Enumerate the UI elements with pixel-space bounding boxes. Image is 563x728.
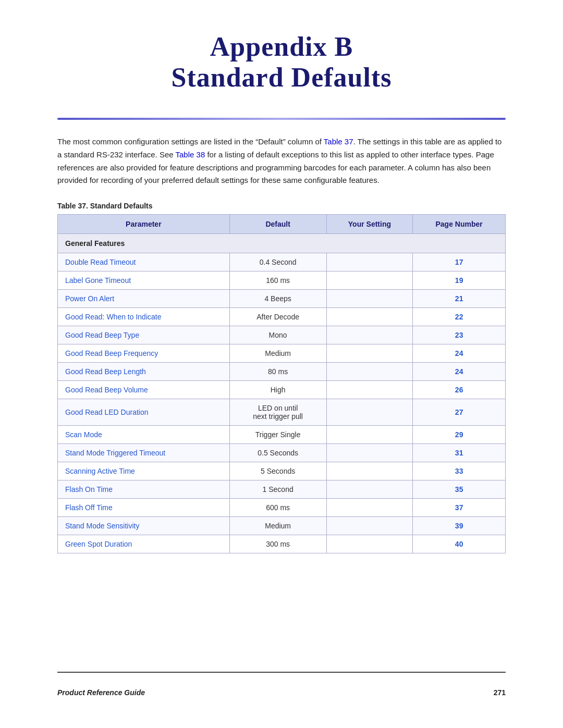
page-num-cell[interactable]: 39: [413, 517, 506, 535]
default-cell: High: [229, 381, 326, 399]
param-cell[interactable]: Scanning Active Time: [58, 462, 230, 480]
footer-left: Product Reference Guide: [57, 688, 145, 697]
table-row: Scan ModeTrigger Single29: [58, 426, 506, 444]
param-cell[interactable]: Scan Mode: [58, 426, 230, 444]
table-header-row: Parameter Default Your Setting Page Numb…: [58, 215, 506, 234]
page-num-cell[interactable]: 22: [413, 308, 506, 326]
page-num-cell[interactable]: 24: [413, 344, 506, 363]
header-divider: [57, 118, 506, 120]
default-cell: LED on untilnext trigger pull: [229, 399, 326, 426]
param-cell[interactable]: Label Gone Timeout: [58, 272, 230, 290]
param-cell[interactable]: Good Read Beep Length: [58, 363, 230, 381]
param-cell[interactable]: Stand Mode Triggered Timeout: [58, 444, 230, 462]
section-header-row: General Features: [58, 234, 506, 253]
table-row: Stand Mode Triggered Timeout0.5 Seconds3…: [58, 444, 506, 462]
page-footer: Product Reference Guide 271: [57, 672, 506, 697]
page-num-cell[interactable]: 24: [413, 363, 506, 381]
table-row: Good Read Beep FrequencyMedium24: [58, 344, 506, 363]
col-default: Default: [229, 215, 326, 234]
table-row: Stand Mode SensitivityMedium39: [58, 517, 506, 535]
table-row: Good Read LED DurationLED on untilnext t…: [58, 399, 506, 426]
your-setting-cell[interactable]: [326, 426, 413, 444]
param-cell[interactable]: Flash Off Time: [58, 499, 230, 517]
param-cell[interactable]: Stand Mode Sensitivity: [58, 517, 230, 535]
table-caption: Table 37. Standard Defaults: [57, 202, 506, 210]
page-num-cell[interactable]: 26: [413, 381, 506, 399]
default-cell: 80 ms: [229, 363, 326, 381]
col-your-setting: Your Setting: [326, 215, 413, 234]
param-cell[interactable]: Double Read Timeout: [58, 253, 230, 272]
default-cell: Trigger Single: [229, 426, 326, 444]
table37-link[interactable]: Table 37: [324, 137, 353, 146]
page-num-cell[interactable]: 31: [413, 444, 506, 462]
default-cell: Mono: [229, 326, 326, 344]
your-setting-cell[interactable]: [326, 444, 413, 462]
intro-paragraph: The most common configuration settings a…: [57, 135, 506, 187]
table-row: Green Spot Duration300 ms40: [58, 535, 506, 553]
table-row: Flash On Time1 Second35: [58, 480, 506, 499]
your-setting-cell[interactable]: [326, 462, 413, 480]
page-num-cell[interactable]: 19: [413, 272, 506, 290]
page-num-cell[interactable]: 21: [413, 290, 506, 308]
table-row: Good Read Beep VolumeHigh26: [58, 381, 506, 399]
table-row: Flash Off Time600 ms37: [58, 499, 506, 517]
default-cell: 0.5 Seconds: [229, 444, 326, 462]
your-setting-cell[interactable]: [326, 344, 413, 363]
table-row: Label Gone Timeout160 ms19: [58, 272, 506, 290]
your-setting-cell[interactable]: [326, 381, 413, 399]
table-row: Power On Alert4 Beeps21: [58, 290, 506, 308]
table38-link[interactable]: Table 38: [176, 150, 205, 159]
table-row: Scanning Active Time5 Seconds33: [58, 462, 506, 480]
table-row: Double Read Timeout0.4 Second17: [58, 253, 506, 272]
your-setting-cell[interactable]: [326, 363, 413, 381]
standards-table: Parameter Default Your Setting Page Numb…: [57, 214, 506, 553]
col-page-number: Page Number: [413, 215, 506, 234]
page-num-cell[interactable]: 23: [413, 326, 506, 344]
default-cell: 1 Second: [229, 480, 326, 499]
col-param: Parameter: [58, 215, 230, 234]
page: Appendix B Standard Defaults The most co…: [0, 0, 563, 728]
footer-page-number: 271: [494, 688, 506, 697]
table-row: Good Read: When to IndicateAfter Decode2…: [58, 308, 506, 326]
page-num-cell[interactable]: 29: [413, 426, 506, 444]
default-cell: 4 Beeps: [229, 290, 326, 308]
your-setting-cell[interactable]: [326, 308, 413, 326]
your-setting-cell[interactable]: [326, 326, 413, 344]
default-cell: Medium: [229, 517, 326, 535]
your-setting-cell[interactable]: [326, 499, 413, 517]
default-cell: 600 ms: [229, 499, 326, 517]
main-title: Standard Defaults: [57, 62, 506, 93]
your-setting-cell[interactable]: [326, 253, 413, 272]
your-setting-cell[interactable]: [326, 272, 413, 290]
default-cell: 0.4 Second: [229, 253, 326, 272]
param-cell[interactable]: Good Read Beep Volume: [58, 381, 230, 399]
page-num-cell[interactable]: 35: [413, 480, 506, 499]
your-setting-cell[interactable]: [326, 535, 413, 553]
page-num-cell[interactable]: 27: [413, 399, 506, 426]
default-cell: 300 ms: [229, 535, 326, 553]
default-cell: After Decode: [229, 308, 326, 326]
default-cell: 5 Seconds: [229, 462, 326, 480]
param-cell[interactable]: Power On Alert: [58, 290, 230, 308]
default-cell: Medium: [229, 344, 326, 363]
title-block: Appendix B Standard Defaults: [57, 31, 506, 93]
your-setting-cell[interactable]: [326, 517, 413, 535]
param-cell[interactable]: Green Spot Duration: [58, 535, 230, 553]
appendix-title: Appendix B: [57, 31, 506, 62]
your-setting-cell[interactable]: [326, 290, 413, 308]
param-cell[interactable]: Flash On Time: [58, 480, 230, 499]
page-num-cell[interactable]: 37: [413, 499, 506, 517]
default-cell: 160 ms: [229, 272, 326, 290]
param-cell[interactable]: Good Read: When to Indicate: [58, 308, 230, 326]
param-cell[interactable]: Good Read LED Duration: [58, 399, 230, 426]
table-row: Good Read Beep TypeMono23: [58, 326, 506, 344]
param-cell[interactable]: Good Read Beep Type: [58, 326, 230, 344]
page-num-cell[interactable]: 17: [413, 253, 506, 272]
your-setting-cell[interactable]: [326, 399, 413, 426]
page-num-cell[interactable]: 33: [413, 462, 506, 480]
page-num-cell[interactable]: 40: [413, 535, 506, 553]
param-cell[interactable]: Good Read Beep Frequency: [58, 344, 230, 363]
your-setting-cell[interactable]: [326, 480, 413, 499]
table-row: Good Read Beep Length80 ms24: [58, 363, 506, 381]
